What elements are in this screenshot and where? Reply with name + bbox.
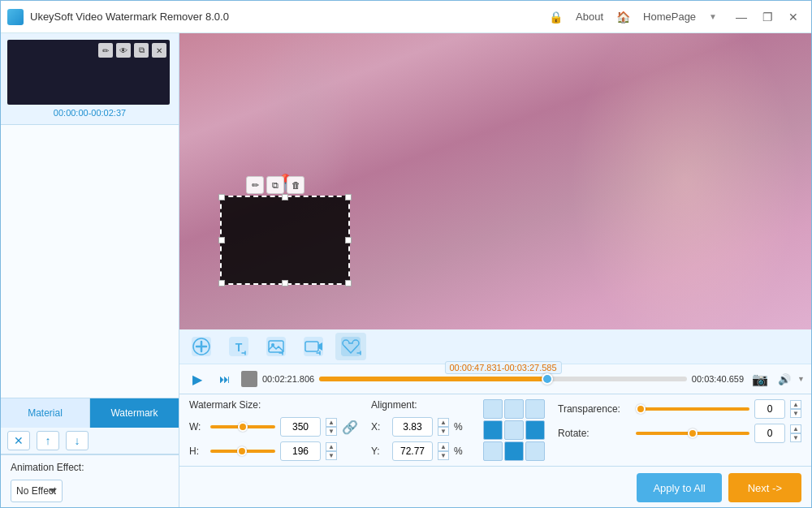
wm-del-button[interactable]: 🗑	[287, 176, 304, 194]
close-button[interactable]: ✕	[782, 7, 805, 27]
watermark-tab[interactable]: Watermark	[90, 398, 179, 428]
y-decrement[interactable]: ▼	[438, 451, 449, 460]
video-area: 📍 ✏ ⧉ 🗑	[179, 33, 811, 329]
watermark-selection-box[interactable]: 📍 ✏ ⧉ 🗑	[220, 196, 350, 285]
play-button[interactable]: ▶	[186, 368, 209, 390]
lock-icon[interactable]: 🔗	[342, 420, 358, 435]
width-slider[interactable]	[210, 425, 275, 428]
align-mid-right[interactable]	[525, 420, 545, 440]
y-increment[interactable]: ▲	[438, 442, 449, 451]
handle-bot-left[interactable]	[218, 280, 225, 286]
volume-area: 📷 🔊 ▼	[749, 368, 805, 390]
handle-mid-right[interactable]	[345, 237, 352, 243]
align-bot-left[interactable]	[483, 441, 503, 461]
rotate-decrement[interactable]: ▼	[790, 433, 801, 442]
rotate-increment[interactable]: ▲	[790, 424, 801, 433]
play-next-button[interactable]: ⏭	[214, 368, 236, 390]
homepage-link[interactable]: HomePage	[643, 11, 696, 23]
y-input[interactable]	[392, 441, 433, 461]
handle-top-right[interactable]	[345, 194, 352, 200]
handle-bot-right[interactable]	[345, 280, 352, 286]
x-input[interactable]	[392, 417, 433, 437]
transparency-label: Transparence:	[558, 403, 631, 415]
transparency-input[interactable]	[754, 399, 785, 419]
move-up-button[interactable]: ↑	[37, 431, 59, 450]
rotate-input[interactable]	[754, 424, 785, 443]
align-top-right[interactable]	[525, 399, 545, 419]
add-image-button[interactable]	[261, 333, 292, 360]
thumbnail-area: ✏ 👁 ⧉ ✕ 00:00:00-00:02:37	[1, 33, 179, 125]
playhead[interactable]	[542, 373, 553, 385]
timeline-container[interactable]: 00:00:47.831-00:03:27.585	[319, 372, 687, 385]
align-mid-left[interactable]	[483, 420, 503, 440]
height-slider[interactable]	[210, 450, 275, 453]
y-label: Y:	[371, 446, 387, 457]
align-bot-right[interactable]	[525, 441, 545, 461]
thumb-del-button[interactable]: ✕	[152, 43, 166, 58]
add-watermark-button[interactable]	[186, 333, 217, 360]
handle-top-left[interactable]	[218, 194, 225, 200]
width-spinners: ▲ ▼	[326, 418, 337, 436]
rotate-slider[interactable]	[636, 432, 749, 435]
y-row: Y: ▲ ▼ %	[371, 441, 470, 461]
apply-to-all-button[interactable]: Apply to All	[637, 473, 721, 502]
animation-select[interactable]: No Effect	[11, 480, 63, 502]
height-increment[interactable]: ▲	[326, 442, 337, 451]
width-input[interactable]: 350	[280, 417, 321, 437]
playback-row: ▶ ⏭ 00:02:21.806 00:00:47.831-00:03:27.5…	[179, 364, 811, 394]
screenshot-button[interactable]: 📷	[749, 368, 771, 390]
handle-bot-mid[interactable]	[282, 280, 288, 286]
transparency-decrement[interactable]: ▼	[790, 409, 801, 418]
action-row: Apply to All Next ->	[179, 466, 811, 508]
timeline-filled	[319, 377, 547, 381]
transparency-slider[interactable]	[636, 407, 749, 411]
thumb-edit-button[interactable]: ✏	[98, 43, 113, 58]
width-increment[interactable]: ▲	[326, 418, 337, 427]
list-controls: ✕ ↑ ↓	[1, 428, 179, 454]
dropdown-icon[interactable]: ▼	[709, 12, 717, 21]
wm-edit-button[interactable]: ✏	[246, 176, 264, 194]
wm-dup-button[interactable]: ⧉	[266, 176, 284, 194]
minimize-button[interactable]: —	[730, 7, 753, 27]
main-layout: ✏ 👁 ⧉ ✕ 00:00:00-00:02:37 Material Water…	[1, 33, 811, 508]
align-bot-center[interactable]	[504, 441, 524, 461]
transparency-increment[interactable]: ▲	[790, 400, 801, 409]
restore-button[interactable]: ❐	[756, 7, 779, 27]
thumb-view-button[interactable]: 👁	[116, 43, 131, 58]
handle-mid-left[interactable]	[218, 237, 225, 243]
x-percent: %	[454, 421, 470, 433]
x-decrement[interactable]: ▼	[438, 427, 449, 436]
add-video-button[interactable]	[298, 333, 329, 360]
rotate-label: Rotate:	[558, 428, 631, 439]
handle-top-mid[interactable]	[282, 194, 288, 200]
move-down-button[interactable]: ↓	[66, 431, 89, 450]
align-top-center[interactable]	[504, 399, 524, 419]
delete-item-button[interactable]: ✕	[7, 431, 30, 450]
about-link[interactable]: About	[576, 11, 603, 23]
thumb-dup-button[interactable]: ⧉	[134, 43, 149, 58]
x-increment[interactable]: ▲	[438, 418, 449, 427]
file-list-area[interactable]	[1, 125, 179, 398]
toolbar-strip: T	[179, 329, 811, 364]
params-panel: Watermark Size: W: 350 ▲ ▼ 🔗 H: 196	[179, 394, 811, 466]
alignment-section: Alignment: X: ▲ ▼ % Y: ▲ ▼	[371, 399, 470, 461]
height-input[interactable]: 196	[280, 441, 321, 461]
current-time-label: 00:02:21.806	[262, 374, 314, 384]
add-clip-button[interactable]	[335, 333, 366, 360]
stop-button[interactable]	[241, 371, 257, 387]
volume-dropdown-icon[interactable]: ▼	[797, 375, 805, 383]
add-text-button[interactable]: T	[223, 333, 254, 360]
rotate-spinners: ▲ ▼	[790, 424, 801, 442]
height-decrement[interactable]: ▼	[326, 451, 337, 460]
app-title: UkeySoft Video Watermark Remover 8.0.0	[30, 11, 549, 23]
align-top-left[interactable]	[483, 399, 503, 419]
x-label: X:	[371, 421, 387, 433]
next-button[interactable]: Next ->	[728, 473, 801, 502]
tab-row: Material Watermark	[1, 398, 179, 428]
width-decrement[interactable]: ▼	[326, 427, 337, 436]
x-spinners: ▲ ▼	[438, 418, 449, 436]
volume-button[interactable]: 🔊	[773, 368, 796, 390]
material-tab[interactable]: Material	[1, 398, 90, 428]
align-mid-center[interactable]	[504, 420, 524, 440]
height-spinners: ▲ ▼	[326, 442, 337, 460]
